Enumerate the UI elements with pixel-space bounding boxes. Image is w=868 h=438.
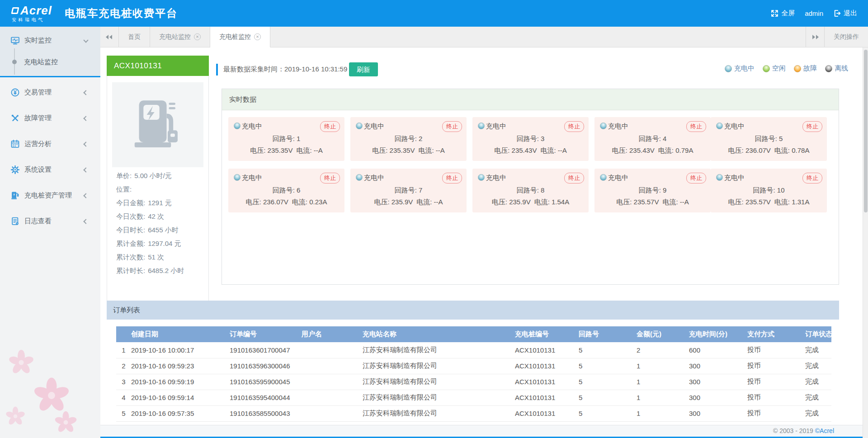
order-row[interactable]: 2 2019-10-16 09:59:23 1910163596300046 江…: [116, 358, 831, 374]
sidebar-item-realtime-monitor[interactable]: 实时监控: [0, 30, 100, 50]
tab-pile-monitor[interactable]: 充电桩监控: [210, 27, 270, 47]
order-minutes: 300: [689, 390, 747, 405]
order-pay: 投币: [747, 342, 805, 358]
order-number: 1910163595400044: [230, 390, 302, 405]
charging-status-icon: [356, 122, 363, 129]
tab-home[interactable]: 首页: [119, 27, 150, 47]
stop-charging-button[interactable]: 终止: [802, 173, 822, 184]
tab-station-monitor[interactable]: 充电站监控: [150, 27, 210, 47]
card-status-label: 充电中: [364, 122, 384, 130]
latest-collection-time: 最新数据采集时间：2019-10-16 10:31:59: [223, 65, 347, 74]
order-list-section: 订单列表 创建日期 订单编号 用户名 充电站名称 充电桩编号 回路号 金额(元)…: [107, 301, 839, 425]
card-status-label: 充电中: [724, 174, 745, 181]
stop-charging-button[interactable]: 终止: [564, 173, 584, 184]
sidebar-menu: 交易管理 故障管理: [0, 80, 100, 234]
legend-fault: 故障: [794, 64, 817, 73]
close-operations-dropdown[interactable]: 关闭操作: [824, 27, 868, 47]
username[interactable]: admin: [805, 9, 823, 17]
stop-charging-button[interactable]: 终止: [442, 173, 462, 184]
order-circuit: 5: [579, 358, 637, 374]
circuit-card: 充电中 终止 回路号: 6 电压: 236.07V电流: 0.23A: [228, 169, 344, 212]
idle-status-icon: [763, 65, 770, 72]
charging-status-icon: [725, 65, 732, 72]
fullscreen-button[interactable]: 全屏: [771, 9, 795, 18]
order-pay: 投币: [747, 405, 805, 421]
tab-close-icon[interactable]: [194, 33, 201, 40]
monitor-icon: [11, 36, 19, 45]
sidebar-item-faults[interactable]: 故障管理: [0, 105, 100, 131]
sakura-decoration: [7, 349, 35, 377]
col-order-status: 订单状态: [805, 326, 831, 342]
stop-charging-button[interactable]: 终止: [320, 173, 340, 184]
sidebar-item-analysis[interactable]: 运营分析: [0, 131, 100, 157]
card-status-label: 充电中: [486, 174, 506, 181]
order-user: [302, 358, 363, 374]
order-user: [302, 374, 363, 390]
stat-total-duration: 累计时长:6485.2 小时: [116, 264, 204, 278]
circuit-number: 回路号: 10: [716, 186, 821, 195]
circuit-number: 回路号: 9: [600, 186, 705, 195]
col-order-no: 订单编号: [230, 326, 302, 342]
circuit-card: 充电中 终止 回路号: 10 电压: 235.57V电流: 1.31A: [711, 169, 827, 212]
order-minutes: 300: [689, 358, 747, 374]
order-index: 3: [116, 374, 131, 390]
fault-status-icon: [794, 65, 801, 72]
charging-status-icon: [716, 122, 723, 129]
order-minutes: 600: [689, 342, 747, 358]
card-status-label: 充电中: [242, 174, 262, 181]
col-amount: 金额(元): [637, 326, 689, 342]
stop-charging-button[interactable]: 终止: [686, 173, 706, 184]
brand-name: Acrel: [20, 5, 52, 16]
voltage-current: 电压: 235.57V电流: --A: [600, 198, 705, 207]
circuit-number: 回路号: 4: [600, 135, 705, 143]
table-header-row: 创建日期 订单编号 用户名 充电站名称 充电桩编号 回路号 金额(元) 充电时间…: [116, 326, 831, 342]
offline-status-icon: [825, 65, 832, 72]
realtime-data-panel: 实时数据 充电中 终止 回路号: 1 电压: 235.35V电流: --A 充电…: [222, 89, 839, 285]
sidebar-item-settings[interactable]: 系统设置: [0, 157, 100, 183]
sidebar-item-station-monitor[interactable]: 充电站监控: [0, 50, 100, 74]
order-row[interactable]: 5 2019-10-16 09:57:35 1910163585500043 江…: [116, 405, 831, 421]
station-info-panel: ACX1010131 单价:5.00 小时/元 位置: 今日金额:1291 元 …: [107, 76, 209, 310]
circuit-card: 充电中 终止 回路号: 5 电压: 236.07V电流: 0.78A: [711, 117, 827, 161]
stop-charging-button[interactable]: 终止: [564, 121, 584, 132]
stop-charging-button[interactable]: 终止: [802, 121, 822, 132]
stop-charging-button[interactable]: 终止: [442, 121, 462, 132]
pile-image-box: [112, 82, 203, 167]
tabs-scroll-right-button[interactable]: [806, 27, 824, 47]
card-status-label: 充电中: [486, 122, 506, 130]
order-list-title: 订单列表: [107, 301, 839, 320]
refresh-button[interactable]: 刷新: [349, 62, 378, 76]
stop-charging-button[interactable]: 终止: [686, 121, 706, 132]
order-row[interactable]: 4 2019-10-16 09:59:14 1910163595400044 江…: [116, 390, 831, 405]
tabs-scroll-left-button[interactable]: [100, 27, 119, 47]
fault-tools-icon: [11, 114, 19, 122]
transaction-icon: [11, 88, 19, 97]
stop-charging-button[interactable]: 终止: [320, 121, 340, 132]
order-pile: ACX1010131: [515, 358, 579, 374]
sidebar-item-transactions[interactable]: 交易管理: [0, 80, 100, 105]
calendar-icon: [11, 140, 19, 148]
scrollbar-thumb[interactable]: [864, 50, 868, 212]
order-row[interactable]: 1 2019-10-16 10:00:17 1910163601700047 江…: [116, 342, 831, 358]
voltage-current: 电压: 235.9V电流: --A: [356, 198, 461, 207]
order-row[interactable]: 3 2019-10-16 09:59:19 1910163595900045 江…: [116, 374, 831, 390]
logout-button[interactable]: 退出: [833, 9, 857, 18]
chevron-left-icon: [83, 219, 88, 224]
vertical-scrollbar[interactable]: [863, 47, 868, 438]
tab-close-icon[interactable]: [254, 33, 261, 40]
order-number: 1910163596300046: [230, 358, 302, 374]
double-left-arrow-icon: [106, 35, 108, 39]
stat-today-count: 今日次数:42 次: [116, 210, 204, 223]
order-amount: 1: [637, 374, 689, 390]
stat-total-count: 累计次数:51 次: [116, 250, 204, 264]
sidebar-item-pile-assets[interactable]: 充电桩资产管理: [0, 183, 100, 208]
sidebar-item-logs[interactable]: 日志查看: [0, 208, 100, 234]
col-charge-minutes: 充电时间(分): [689, 326, 747, 342]
order-amount: 1: [637, 405, 689, 421]
card-status-label: 充电中: [364, 174, 384, 181]
col-station-name: 充电站名称: [363, 326, 515, 342]
charging-pile-illustration-icon: [130, 97, 185, 152]
footer-brand-link[interactable]: ©Acrel: [815, 427, 834, 434]
chevron-left-icon: [83, 141, 88, 146]
order-number: 1910163585500043: [230, 405, 302, 421]
